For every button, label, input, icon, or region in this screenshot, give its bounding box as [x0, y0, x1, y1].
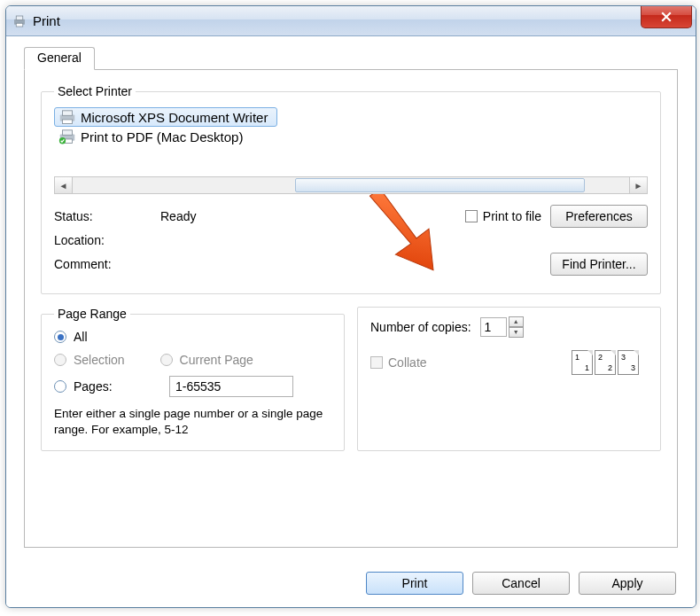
status-value: Ready [160, 209, 456, 223]
print-button[interactable]: Print [366, 572, 463, 595]
page-range-hint: Enter either a single page number or a s… [54, 406, 331, 438]
preferences-button[interactable]: Preferences [550, 205, 648, 228]
printer-icon [12, 13, 27, 29]
svg-rect-7 [63, 130, 73, 135]
radio-icon [54, 331, 66, 343]
window-title: Print [33, 13, 60, 28]
radio-current-page: Current Page [160, 353, 253, 367]
radio-all[interactable]: All [54, 330, 331, 344]
location-label: Location: [54, 233, 152, 247]
page-range-group: Page Range All Selection Current Page [41, 307, 345, 451]
copies-group: Number of copies: ▲ ▼ Collate [357, 307, 661, 451]
copies-spinner[interactable]: ▲ ▼ [480, 316, 524, 338]
page-range-legend: Page Range [54, 307, 130, 321]
printer-icon [58, 129, 77, 144]
svg-rect-5 [63, 120, 73, 124]
svg-rect-1 [16, 16, 23, 20]
printer-icon [58, 109, 77, 125]
copies-label: Number of copies: [370, 320, 471, 334]
radio-selection: Selection [54, 353, 125, 367]
copies-input[interactable] [480, 317, 507, 337]
dialog-button-bar: Print Cancel Apply [366, 572, 676, 595]
tab-strip: General [24, 47, 678, 70]
radio-current-page-label: Current Page [180, 353, 253, 367]
print-to-file-label: Print to file [483, 209, 541, 223]
svg-rect-2 [16, 23, 23, 27]
printer-list-scrollbar[interactable]: ◄ ► [54, 176, 648, 194]
scroll-track[interactable] [73, 177, 629, 193]
close-icon [661, 12, 672, 22]
pages-input[interactable] [169, 376, 293, 397]
tab-general[interactable]: General [24, 47, 95, 70]
svg-rect-4 [63, 111, 73, 115]
radio-all-label: All [74, 330, 88, 344]
checkbox-box-icon [465, 210, 478, 222]
select-printer-group: Select Printer Microsoft XPS Document Wr… [41, 84, 661, 294]
collate-icon: 11 22 33 [572, 350, 639, 375]
scroll-left-icon[interactable]: ◄ [55, 177, 73, 193]
radio-selection-label: Selection [74, 353, 125, 367]
checkbox-box-icon [370, 356, 383, 369]
scroll-right-icon[interactable]: ► [629, 177, 647, 193]
printer-item-xps[interactable]: Microsoft XPS Document Writer [54, 107, 277, 127]
apply-button[interactable]: Apply [579, 572, 676, 595]
print-dialog: Print General Select Printer Microsoft X… [5, 5, 696, 608]
tab-page-general: Select Printer Microsoft XPS Document Wr… [24, 69, 678, 548]
dialog-client: General Select Printer Microsoft XPS Doc… [6, 36, 696, 607]
collate-label: Collate [388, 355, 427, 370]
printer-list[interactable]: Microsoft XPS Document Writer Print to P… [54, 107, 648, 169]
printer-name: Print to PDF (Mac Desktop) [81, 129, 243, 144]
printer-name: Microsoft XPS Document Writer [81, 110, 268, 125]
spin-down-icon[interactable]: ▼ [509, 327, 524, 338]
close-button[interactable] [641, 5, 692, 28]
printer-item-pdf[interactable]: Print to PDF (Mac Desktop) [54, 127, 246, 146]
comment-label: Comment: [54, 257, 152, 271]
find-printer-button[interactable]: Find Printer... [550, 253, 648, 276]
print-to-file-checkbox[interactable]: Print to file [465, 209, 541, 223]
status-label: Status: [54, 209, 152, 223]
radio-icon [54, 354, 66, 366]
scroll-thumb[interactable] [295, 178, 585, 192]
cancel-button[interactable]: Cancel [472, 572, 570, 595]
radio-pages-label: Pages: [74, 379, 162, 394]
radio-pages[interactable]: Pages: [54, 376, 331, 397]
radio-icon [54, 380, 66, 393]
titlebar: Print [6, 6, 696, 36]
radio-icon [160, 354, 173, 366]
select-printer-legend: Select Printer [54, 84, 136, 98]
collate-checkbox: Collate [370, 355, 427, 370]
spin-up-icon[interactable]: ▲ [509, 316, 524, 327]
